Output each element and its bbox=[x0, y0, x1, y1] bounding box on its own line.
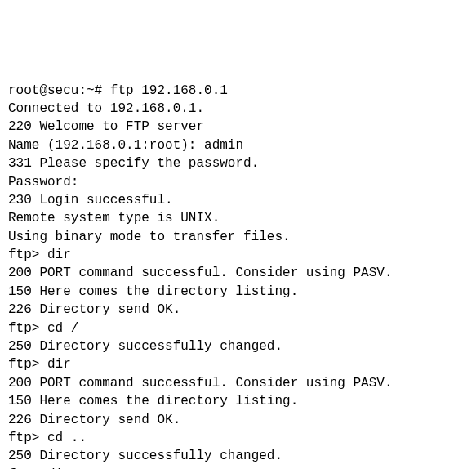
terminal-line: ftp> dir bbox=[8, 355, 468, 373]
terminal-line: ftp> dir bbox=[8, 466, 468, 469]
terminal-line: 331 Please specify the password. bbox=[8, 154, 468, 172]
terminal-line: root@secu:~# ftp 192.168.0.1 bbox=[8, 82, 468, 100]
terminal-line: 250 Directory successfully changed. bbox=[8, 337, 468, 355]
terminal-line: 200 PORT command successful. Consider us… bbox=[8, 264, 468, 282]
terminal-line: ftp> cd .. bbox=[8, 429, 468, 447]
terminal-line: ftp> cd / bbox=[8, 319, 468, 337]
terminal-line: Connected to 192.168.0.1. bbox=[8, 100, 468, 118]
terminal-line: 226 Directory send OK. bbox=[8, 301, 468, 319]
terminal-line: 230 Login successful. bbox=[8, 191, 468, 209]
terminal-line: 200 PORT command successful. Consider us… bbox=[8, 374, 468, 392]
terminal-line: 150 Here comes the directory listing. bbox=[8, 283, 468, 301]
terminal-line: 220 Welcome to FTP server bbox=[8, 118, 468, 136]
terminal-line: Name (192.168.0.1:root): admin bbox=[8, 136, 468, 154]
terminal-line: ftp> dir bbox=[8, 246, 468, 264]
terminal-line: Using binary mode to transfer files. bbox=[8, 228, 468, 246]
terminal-line: 150 Here comes the directory listing. bbox=[8, 392, 468, 410]
terminal-line: Password: bbox=[8, 173, 468, 191]
terminal-line: Remote system type is UNIX. bbox=[8, 209, 468, 227]
terminal-line: 226 Directory send OK. bbox=[8, 411, 468, 429]
terminal-line: 250 Directory successfully changed. bbox=[8, 447, 468, 465]
